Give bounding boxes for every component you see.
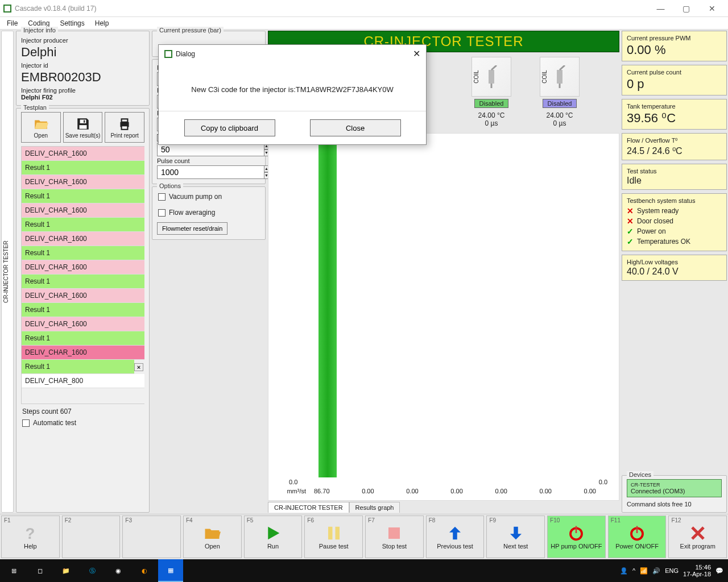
injector-id-value: EMBR00203D	[21, 70, 144, 85]
fkey-f8[interactable]: F8Previous test	[426, 516, 485, 558]
automatic-test-checkbox[interactable]	[22, 419, 30, 427]
testplan-list[interactable]: DELIV_CHAR_1600Result 1DELIV_CHAR_1600Re…	[21, 146, 144, 404]
fkey-f11[interactable]: F11Power ON/OFF	[608, 516, 667, 558]
injector-id-label: Injector id	[21, 62, 144, 69]
testplan-item[interactable]: DELIV_CHAR_1600	[22, 147, 144, 161]
menu-settings[interactable]: Settings	[55, 18, 89, 28]
injector-info-legend: Injector info	[21, 27, 58, 34]
coil-1: COIL Disabled 24.00 °C0 µs	[466, 57, 517, 127]
testplan-item[interactable]: DELIV_CHAR_1600	[22, 232, 144, 246]
testplan-item[interactable]: DELIV_CHAR_1600	[22, 203, 144, 218]
testplan-item[interactable]: Result 1	[22, 360, 134, 374]
dialog-icon	[164, 50, 172, 58]
tab-cr-injector[interactable]: CR-INJECTOR TESTER	[268, 502, 349, 513]
dialog-close-icon[interactable]: ✕	[413, 48, 420, 59]
devices-panel: Devices CR-TESTER Connected (COM3) Comma…	[622, 475, 727, 513]
testplan-item[interactable]: DELIV_CHAR_1600	[22, 289, 144, 303]
fkey-f3: F3	[122, 516, 181, 558]
dialog-message: New C3i code for the injector is:TM1A8WR…	[159, 63, 426, 111]
menu-file[interactable]: File	[2, 18, 22, 28]
pulse-count-input[interactable]	[157, 165, 264, 179]
save-results-button[interactable]: Save result(s)	[63, 112, 103, 143]
fkey-f4[interactable]: F4Open	[183, 516, 242, 558]
flowmeter-reset-button[interactable]: Flowmeter reset/drain	[157, 222, 228, 235]
tray-people-icon[interactable]: 👤	[620, 567, 628, 575]
app-taskbar-icon[interactable]: ▦	[158, 559, 183, 582]
pulse-count-panel: Current pulse count 0 p	[622, 65, 727, 95]
fkey-f2: F2	[62, 516, 121, 558]
svg-rect-2	[79, 125, 86, 129]
open-button[interactable]: Open	[21, 112, 61, 143]
chart-bar	[318, 134, 337, 477]
fkey-f7[interactable]: F7Stop test	[365, 516, 424, 558]
testplan-item[interactable]: Result 1	[22, 246, 144, 260]
window-title: Cascade v0.18.4 (build 17)	[15, 5, 96, 13]
testplan-item[interactable]: DELIV_CHAR_1600	[22, 260, 144, 275]
testplan-item[interactable]: DELIV_CHAR_1600	[22, 175, 144, 189]
tray-lang[interactable]: ENG	[665, 567, 679, 574]
firefox-icon[interactable]: ◐	[132, 559, 157, 582]
tray-network-icon[interactable]: 📶	[640, 567, 648, 575]
chrome-icon[interactable]: ◉	[106, 559, 131, 582]
menu-help[interactable]: Help	[90, 18, 114, 28]
tray-notification-icon[interactable]: 💬	[715, 567, 723, 575]
testplan-item[interactable]: DELIV_CHAR_1600	[22, 317, 144, 331]
tab-results-graph[interactable]: Results graph	[349, 502, 400, 513]
svg-rect-4	[122, 119, 128, 122]
minimize-button[interactable]: —	[648, 0, 673, 17]
testplan-item[interactable]: DELIV_CHAR_800	[22, 374, 144, 388]
file-explorer-icon[interactable]: 📁	[53, 559, 78, 582]
testplan-item[interactable]: Result 1	[22, 189, 144, 203]
system-status-row: ✓Power on	[627, 227, 722, 236]
svg-rect-10	[335, 526, 340, 539]
svg-rect-5	[122, 126, 128, 130]
tray-up-icon[interactable]: ^	[632, 567, 635, 574]
fkey-f6[interactable]: F6Pause test	[304, 516, 363, 558]
close-window-button[interactable]: ✕	[699, 0, 725, 17]
tray-volume-icon[interactable]: 🔊	[652, 567, 660, 575]
chart-y-top: 0.0	[289, 479, 297, 485]
svg-text:?: ?	[26, 525, 35, 542]
testplan-panel: Testplan Open Save result(s) Print repor…	[16, 108, 150, 513]
fkey-f5[interactable]: F5Run	[244, 516, 303, 558]
flow-temp-value: 24.5 / 24.6 ⁰C	[627, 146, 722, 156]
start-button[interactable]: ⊞	[1, 559, 26, 582]
testplan-item[interactable]: Result 1	[22, 331, 144, 346]
flow-averaging-label: Flow averaging	[169, 209, 215, 217]
test-status-panel: Test status Idle	[622, 164, 727, 190]
fkey-f1[interactable]: F1?Help	[1, 516, 60, 558]
vacuum-pump-checkbox[interactable]	[158, 193, 166, 201]
maximize-button[interactable]: ▢	[673, 0, 699, 17]
flow-averaging-checkbox[interactable]	[158, 209, 166, 217]
tray-time[interactable]: 15:46	[683, 564, 711, 571]
skype-icon[interactable]: Ⓢ	[80, 559, 105, 582]
copy-to-clipboard-button[interactable]: Copy to clipboard	[184, 119, 275, 136]
injector-info-panel: Injector info Injector producer Delphi I…	[16, 31, 150, 106]
dialog-close-button[interactable]: Close	[310, 119, 401, 136]
testplan-item-close-icon[interactable]: ×	[134, 363, 143, 371]
check-icon: ✓	[627, 227, 634, 236]
coil-status-badge: Disabled	[543, 99, 577, 108]
profile-value: Delphi F02	[21, 94, 144, 101]
svg-rect-9	[328, 526, 333, 539]
fkey-f10[interactable]: F10HP pump ON/OFF	[547, 516, 606, 558]
automatic-test-label: Automatic test	[33, 419, 76, 427]
testplan-item[interactable]: Result 1	[22, 275, 144, 289]
device-status: Connected (COM3)	[631, 488, 718, 494]
coil-2: COIL Disabled 24.00 °C0 µs	[534, 57, 585, 127]
fkey-f9[interactable]: F9Next test	[486, 516, 545, 558]
testplan-item[interactable]: Result 1	[22, 161, 144, 175]
system-status-row: ✓Temperatures OK	[627, 237, 722, 246]
fkey-f12[interactable]: F12Exit program	[668, 516, 727, 558]
chart-area: 0.0 0.0 mm³/st 86.700.000.000.000.000.00…	[268, 133, 619, 501]
testplan-item[interactable]: DELIV_CHAR_1600	[22, 346, 144, 360]
tray-date[interactable]: 17-Apr-18	[683, 571, 711, 577]
sidebar-tab[interactable]: CR-INJECTOR TESTER	[1, 31, 14, 513]
device-entry[interactable]: CR-TESTER Connected (COM3)	[627, 479, 722, 497]
testplan-item[interactable]: Result 1	[22, 303, 144, 317]
voltages-panel: High/Low voltages 40.0 / 24.0 V	[622, 255, 727, 281]
task-view-icon[interactable]: ◻	[27, 559, 52, 582]
testplan-item[interactable]: Result 1	[22, 218, 144, 232]
app-icon	[3, 5, 11, 13]
print-report-button[interactable]: Print report	[105, 112, 144, 143]
